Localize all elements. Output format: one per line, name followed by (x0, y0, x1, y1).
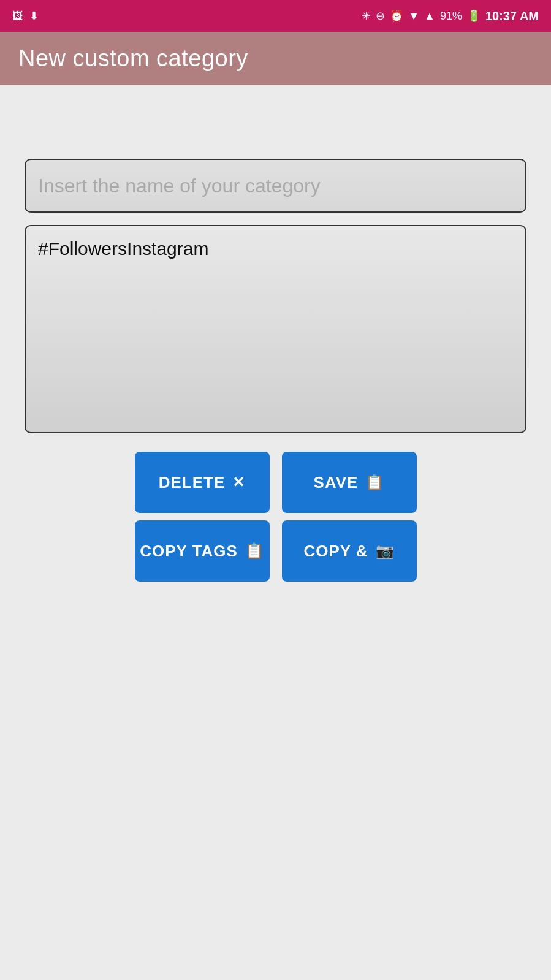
save-label: SAVE (314, 473, 359, 492)
save-icon: 📋 (365, 474, 384, 491)
app-header: New custom category (0, 32, 551, 85)
copy-and-button[interactable]: COPY & 📷 (282, 520, 417, 582)
buttons-row-1: DELETE ✕ SAVE 📋 (135, 452, 417, 513)
copy-and-label: COPY & (303, 542, 368, 561)
status-bar-right: ✳ ⊖ ⏰ ▼ ▲ 91% 🔋 10:37 AM (362, 9, 539, 23)
delete-label: DELETE (159, 473, 226, 492)
page-title: New custom category (18, 45, 533, 72)
copy-tags-icon: 📋 (245, 542, 264, 560)
main-content: #FollowersInstagram DELETE ✕ SAVE 📋 COPY… (0, 85, 551, 793)
copy-tags-button[interactable]: COPY TAGS 📋 (135, 520, 270, 582)
buttons-row-2: COPY TAGS 📋 COPY & 📷 (135, 520, 417, 582)
battery-icon: 🔋 (467, 9, 481, 23)
battery-percent: 91% (440, 10, 462, 23)
status-time: 10:37 AM (485, 9, 539, 23)
tags-textarea[interactable]: #FollowersInstagram (25, 225, 526, 433)
save-button[interactable]: SAVE 📋 (282, 452, 417, 513)
photo-icon: 🖼 (12, 10, 23, 23)
delete-icon: ✕ (232, 474, 245, 491)
alarm-icon: ⏰ (390, 9, 403, 23)
download-icon: ⬇ (29, 9, 39, 23)
copy-tags-label: COPY TAGS (140, 542, 238, 561)
category-name-input[interactable] (25, 159, 526, 213)
wifi-icon: ▼ (408, 10, 419, 23)
status-bar: 🖼 ⬇ ✳ ⊖ ⏰ ▼ ▲ 91% 🔋 10:37 AM (0, 0, 551, 32)
signal-icon: ▲ (424, 10, 435, 23)
buttons-container: DELETE ✕ SAVE 📋 COPY TAGS 📋 COPY & 📷 (25, 452, 526, 582)
block-icon: ⊖ (376, 9, 385, 23)
copy-and-icon: 📷 (376, 542, 395, 560)
bluetooth-icon: ✳ (362, 9, 371, 23)
status-bar-left: 🖼 ⬇ (12, 9, 39, 23)
delete-button[interactable]: DELETE ✕ (135, 452, 270, 513)
bottom-area (0, 793, 551, 980)
